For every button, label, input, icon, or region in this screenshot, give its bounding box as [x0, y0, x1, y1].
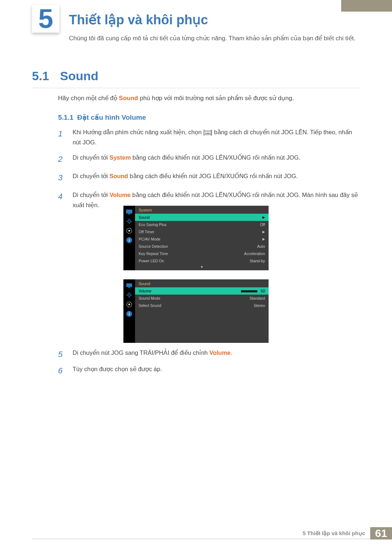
gear-icon — [126, 301, 133, 308]
steps-list-continued: 5 Di chuyển nút JOG sang TRÁI/PHẢI để đi… — [58, 348, 359, 381]
footer-chapter-label: 5 Thiết lập và khôi phục — [298, 527, 370, 539]
osd-row: Source DetectionAuto — [135, 243, 269, 250]
svg-rect-8 — [128, 287, 130, 288]
section-title: Sound — [60, 69, 98, 83]
info-icon: i — [126, 311, 133, 317]
svg-point-4 — [128, 230, 130, 232]
svg-rect-2 — [128, 220, 130, 222]
section-heading: 5.1 Sound — [32, 69, 98, 83]
menu-icon — [205, 131, 211, 135]
step-1: 1 Khi Hướng dẫn phím chức năng xuất hiện… — [58, 127, 359, 147]
osd-row: Sound ModeStandard — [135, 295, 269, 302]
chapter-number: 5 — [38, 5, 53, 32]
step-number: 6 — [58, 364, 65, 377]
osd-panel: Sound Volume 50 Sound ModeStandard Selec… — [135, 279, 269, 343]
step-number: 4 — [58, 190, 65, 210]
osd-row: PC/AV Mode▶ — [135, 235, 269, 243]
osd-row: Power LED OnStand-by — [135, 257, 269, 264]
osd-row-label: Volume — [139, 289, 151, 293]
osd-row: Off Timer▶ — [135, 228, 269, 235]
monitor-icon — [126, 282, 133, 289]
section-text-highlight: Sound — [119, 95, 138, 102]
info-icon: i — [126, 237, 133, 243]
step-body: Tùy chọn được chọn sẽ được áp. — [73, 364, 359, 377]
subsection-title: Đặt cấu hình Volume — [77, 114, 146, 121]
chapter-badge: 5 — [32, 5, 60, 33]
step-6: 6 Tùy chọn được chọn sẽ được áp. — [58, 364, 359, 377]
step-number: 1 — [58, 127, 65, 147]
subsection-heading: 5.1.1 Đặt cấu hình Volume — [58, 113, 146, 122]
step-body: Khi Hướng dẫn phím chức năng xuất hiện, … — [73, 127, 359, 147]
step-number: 3 — [58, 171, 65, 184]
section-divider — [32, 88, 359, 88]
arrows-icon — [126, 218, 133, 225]
section-number: 5.1 — [32, 69, 49, 83]
svg-rect-7 — [126, 283, 132, 287]
step-body: Di chuyển tới Sound bằng cách điều khiển… — [73, 171, 359, 184]
volume-fill — [225, 290, 241, 292]
step-body: Di chuyển nút JOG sang TRÁI/PHẢI để điều… — [73, 348, 359, 361]
step-3: 3 Di chuyển tới Sound bằng cách điều khi… — [58, 171, 359, 184]
chapter-intro: Chúng tôi đã cung cấp mô tả chi tiết của… — [69, 33, 359, 43]
osd-header: System — [135, 206, 269, 214]
svg-rect-0 — [126, 210, 132, 213]
osd-row: Select SoundStereo — [135, 302, 269, 309]
volume-bar — [225, 290, 257, 292]
osd-row-highlight: Sound ▶ — [135, 214, 269, 221]
gear-icon — [126, 227, 133, 234]
step-2: 2 Di chuyển tới System bằng cách điều kh… — [58, 152, 359, 166]
section-text-pre: Hãy chọn một chế độ — [58, 95, 119, 102]
top-accent-stripe — [341, 0, 392, 12]
page-footer: 5 Thiết lập và khôi phục 61 — [298, 527, 392, 539]
section-text-post: phù hợp với môi trường nơi sản phẩm sẽ đ… — [138, 95, 294, 102]
section-body: Hãy chọn một chế độ Sound phù hợp với mô… — [58, 94, 359, 102]
osd-scroll-down-icon: ▼ — [135, 264, 269, 270]
step-body: Di chuyển tới System bằng cách điều khiể… — [73, 152, 359, 166]
footer-page-number: 61 — [370, 527, 392, 539]
subsection-number: 5.1.1 — [58, 114, 73, 121]
monitor-icon — [126, 209, 133, 215]
svg-rect-9 — [128, 294, 130, 296]
osd-panel: System Sound ▶ Eco Saving PlusOff Off Ti… — [135, 206, 269, 270]
manual-page: 5 Thiết lập và khôi phục Chúng tôi đã cu… — [0, 0, 392, 554]
svg-rect-1 — [128, 214, 130, 214]
osd-volume-readout: 50 — [222, 289, 265, 293]
osd-sidebar: i — [123, 279, 135, 343]
chapter-title: Thiết lập và khôi phục — [69, 12, 208, 28]
osd-header: Sound — [135, 279, 269, 287]
osd-sidebar: i — [123, 206, 135, 270]
osd-row-label: Sound — [139, 215, 150, 219]
svg-text:i: i — [128, 238, 130, 242]
osd-row: Eco Saving PlusOff — [135, 221, 269, 228]
chevron-right-icon: ▶ — [262, 216, 265, 219]
arrows-icon — [126, 292, 133, 298]
osd-row: Key Repeat TimeAcceleration — [135, 250, 269, 257]
svg-point-11 — [128, 304, 130, 305]
step-number: 2 — [58, 152, 65, 166]
step-5: 5 Di chuyển nút JOG sang TRÁI/PHẢI để đi… — [58, 348, 359, 361]
osd-screenshot-system: i System Sound ▶ Eco Saving PlusOff Off … — [123, 202, 269, 281]
osd-row-highlight: Volume 50 — [135, 287, 269, 295]
svg-text:i: i — [128, 312, 130, 316]
step-number: 5 — [58, 348, 65, 361]
osd-screenshot-sound: i Sound Volume 50 Sound ModeStandard Sel… — [123, 276, 269, 354]
